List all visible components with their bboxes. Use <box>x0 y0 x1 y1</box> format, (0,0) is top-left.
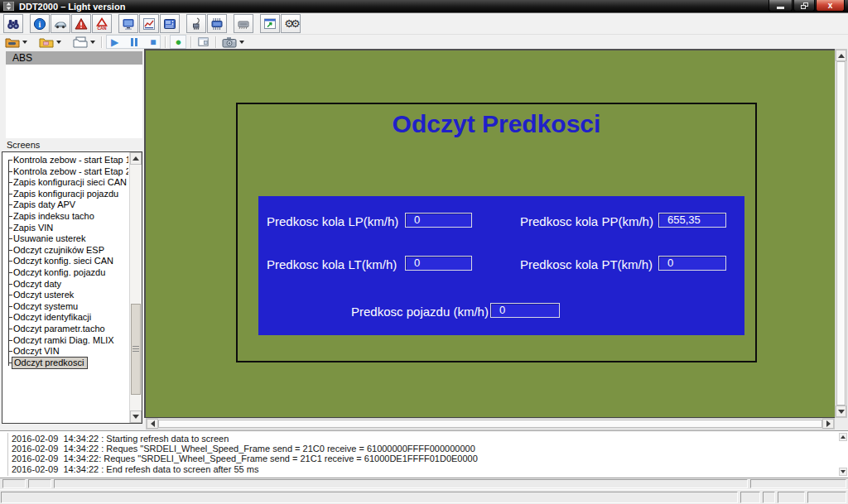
dtc-warning-button[interactable] <box>71 14 91 33</box>
scrollbar-thumb[interactable] <box>836 61 846 406</box>
probe-button[interactable] <box>186 14 206 33</box>
wheel-speed-lp-value[interactable]: 0 <box>405 213 472 228</box>
memory-chip-button[interactable] <box>234 14 253 33</box>
settings-button[interactable]: ⚙⚙ <box>281 14 301 33</box>
chevron-down-icon <box>239 41 244 44</box>
wheel-speed-pp-value[interactable]: 655,35 <box>658 213 726 228</box>
form-icon <box>197 36 210 48</box>
screen-item-label: Odczyt systemu <box>13 301 78 311</box>
vehicle-button[interactable] <box>51 14 70 33</box>
screen-item-label: Odczyt usterek <box>13 290 74 300</box>
play-icon: ▶ <box>111 37 118 47</box>
screen-item[interactable]: Odczyt konfig. sieci CAN <box>2 256 128 267</box>
screen-view-button[interactable] <box>118 14 138 33</box>
screen-item[interactable]: Odczyt ramki Diag. MLIX <box>2 335 128 347</box>
screen-item[interactable]: Odczyt konfig. pojazdu <box>2 267 128 279</box>
toolbar-separator <box>101 36 102 48</box>
log-panel[interactable]: 2016-02-09 14:34:22 : Starting refresh d… <box>0 430 848 478</box>
folder-window-icon <box>73 36 88 48</box>
record-group: ● <box>170 35 186 49</box>
probe-icon <box>190 17 203 31</box>
svg-text:CAN: CAN <box>97 26 106 31</box>
can-warning-button[interactable]: CAN <box>92 14 112 33</box>
scroll-right-button[interactable] <box>822 419 834 429</box>
scroll-down-button[interactable] <box>130 410 142 423</box>
minimize-button[interactable] <box>768 0 793 12</box>
open-window-folder-button[interactable] <box>71 36 97 49</box>
screen-item[interactable]: Kontrola zebow - start Etap 1 <box>2 155 128 166</box>
stop-button[interactable]: ■ <box>148 36 157 49</box>
screen-item[interactable]: Odczyt systemu <box>2 301 128 313</box>
ecu-chip-button[interactable] <box>207 14 227 33</box>
pause-button[interactable] <box>128 36 140 49</box>
screen-item-label: Zapis indeksu tacho <box>13 211 94 221</box>
ecu-list-panel[interactable] <box>6 65 142 138</box>
screen-item[interactable]: Zapis daty APV <box>2 199 128 211</box>
status-pane <box>807 492 846 503</box>
screen-item[interactable]: Usuwanie usterek <box>2 233 128 245</box>
record-button[interactable]: ● <box>173 36 183 49</box>
screen-item[interactable]: Odczyt usterek <box>2 290 128 301</box>
arrow-down-icon <box>841 470 846 473</box>
arrow-down-icon <box>132 415 139 419</box>
screen-item-selected[interactable]: Odczyt predkosci <box>2 358 128 369</box>
search-button[interactable] <box>3 14 23 33</box>
snapshot-button[interactable] <box>220 36 246 49</box>
scroll-up-button[interactable] <box>836 50 846 61</box>
open-vehicle-folder-button[interactable] <box>3 36 29 49</box>
screen-item[interactable]: Odczyt czujników ESP <box>2 245 128 257</box>
scrollbar-thumb[interactable] <box>158 420 822 428</box>
form-view-button[interactable] <box>195 36 211 49</box>
info-button[interactable]: i <box>30 14 50 33</box>
play-button[interactable]: ▶ <box>109 36 120 49</box>
record-icon: ● <box>175 36 181 47</box>
vehicle-speed-value[interactable]: 0 <box>490 303 560 318</box>
status-pane <box>763 492 775 503</box>
log-line: 2016-02-09 14:34:22 : End refesh data to… <box>12 464 478 474</box>
run-window-button[interactable] <box>260 14 280 33</box>
scroll-left-button[interactable] <box>147 419 158 429</box>
screen-item[interactable]: Zapis konfiguracji sieci CAN <box>2 177 128 189</box>
scroll-down-button[interactable] <box>836 406 846 417</box>
scroll-down-button[interactable] <box>839 468 847 476</box>
open-file-folder-button[interactable] <box>37 36 63 49</box>
screen-item[interactable]: Zapis konfiguracji pojazdu <box>2 189 128 200</box>
scroll-up-button[interactable] <box>130 152 142 165</box>
chevron-down-icon <box>56 41 61 44</box>
screen-title: Odczyt Predkosci <box>238 110 755 138</box>
stop-icon: ■ <box>150 37 156 47</box>
main-horizontal-scrollbar[interactable] <box>146 418 835 430</box>
screen-item[interactable]: Odczyt daty <box>2 279 128 290</box>
maximize-button[interactable] <box>793 0 815 12</box>
scroll-up-button[interactable] <box>839 433 847 441</box>
screen-item[interactable]: Zapis VIN <box>2 223 128 234</box>
status-bar-lower <box>0 489 848 504</box>
screen-item-label: Odczyt konfig. pojazdu <box>13 267 105 277</box>
log-left-divider <box>7 433 8 476</box>
scrollbar-corner <box>835 418 848 430</box>
wheel-speed-lt-value[interactable]: 0 <box>405 256 472 271</box>
vehicle-speed-label: Predkosc pojazdu (km/h) <box>351 305 489 319</box>
graph-view-button[interactable] <box>139 14 159 33</box>
file-toolbar: ▶ ■ ● <box>0 35 848 49</box>
settings-gears-icon: ⚙⚙ <box>284 18 296 29</box>
vehicle-icon <box>54 17 67 31</box>
screens-scrollbar[interactable] <box>129 152 142 423</box>
control-panel-button[interactable] <box>160 14 180 33</box>
close-button[interactable]: x <box>816 0 845 12</box>
screen-item[interactable]: Kontrola zebow - start Etap 2 <box>2 166 128 178</box>
screen-item[interactable]: Odczyt parametr.tacho <box>2 324 128 335</box>
main-vertical-scrollbar[interactable] <box>835 49 847 418</box>
screen-item[interactable]: Odczyt identyfikacji <box>2 312 128 324</box>
screen-item[interactable]: Odczyt VIN <box>2 346 128 358</box>
minimize-icon <box>777 7 784 9</box>
title-bar[interactable]: DDT2000 – Light version x <box>0 0 848 13</box>
speed-panel: Predkosc kola LP(km/h) 0 Predkosc kola P… <box>258 196 744 335</box>
log-scrollbar[interactable] <box>838 431 847 478</box>
scrollbar-thumb[interactable] <box>131 304 141 395</box>
thumb-grip-icon <box>132 346 139 347</box>
wheel-speed-pt-value[interactable]: 0 <box>658 256 726 271</box>
screen-item[interactable]: Zapis indeksu tacho <box>2 211 128 223</box>
main-toolbar: i CAN <box>0 13 848 35</box>
screen-item-label: Odczyt daty <box>13 279 61 289</box>
